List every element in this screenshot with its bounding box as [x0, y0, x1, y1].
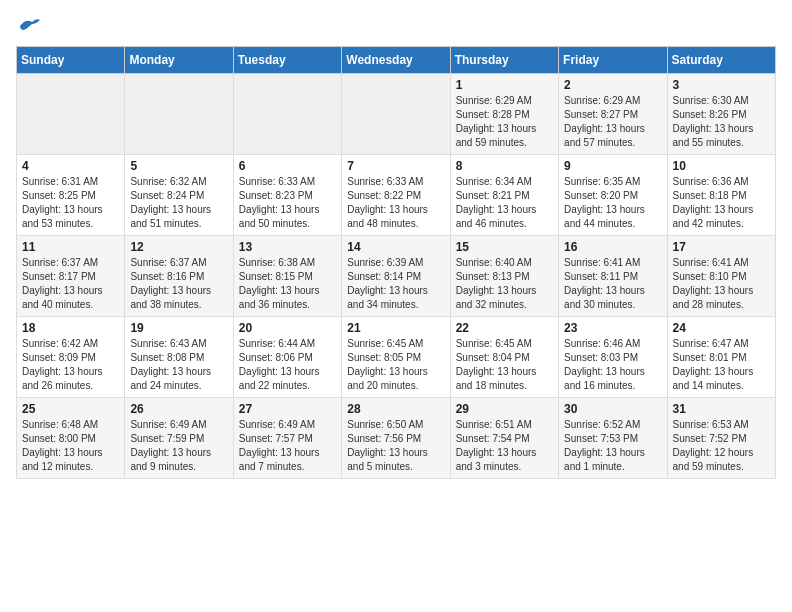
calendar-cell [233, 74, 341, 155]
day-number: 8 [456, 159, 553, 173]
calendar-header-row: SundayMondayTuesdayWednesdayThursdayFrid… [17, 47, 776, 74]
calendar-cell: 22Sunrise: 6:45 AM Sunset: 8:04 PM Dayli… [450, 317, 558, 398]
calendar-cell [342, 74, 450, 155]
calendar-cell: 3Sunrise: 6:30 AM Sunset: 8:26 PM Daylig… [667, 74, 775, 155]
calendar-cell: 25Sunrise: 6:48 AM Sunset: 8:00 PM Dayli… [17, 398, 125, 479]
day-number: 16 [564, 240, 661, 254]
day-content: Sunrise: 6:37 AM Sunset: 8:17 PM Dayligh… [22, 256, 119, 312]
day-content: Sunrise: 6:49 AM Sunset: 7:59 PM Dayligh… [130, 418, 227, 474]
day-number: 10 [673, 159, 770, 173]
calendar-cell: 9Sunrise: 6:35 AM Sunset: 8:20 PM Daylig… [559, 155, 667, 236]
calendar-cell: 26Sunrise: 6:49 AM Sunset: 7:59 PM Dayli… [125, 398, 233, 479]
day-number: 1 [456, 78, 553, 92]
logo-bird-icon [18, 16, 42, 36]
day-number: 7 [347, 159, 444, 173]
day-content: Sunrise: 6:41 AM Sunset: 8:11 PM Dayligh… [564, 256, 661, 312]
calendar-cell: 7Sunrise: 6:33 AM Sunset: 8:22 PM Daylig… [342, 155, 450, 236]
day-number: 9 [564, 159, 661, 173]
day-number: 24 [673, 321, 770, 335]
logo [16, 16, 42, 36]
calendar-cell: 5Sunrise: 6:32 AM Sunset: 8:24 PM Daylig… [125, 155, 233, 236]
calendar-cell: 23Sunrise: 6:46 AM Sunset: 8:03 PM Dayli… [559, 317, 667, 398]
calendar-cell: 27Sunrise: 6:49 AM Sunset: 7:57 PM Dayli… [233, 398, 341, 479]
calendar-cell: 28Sunrise: 6:50 AM Sunset: 7:56 PM Dayli… [342, 398, 450, 479]
day-number: 3 [673, 78, 770, 92]
day-content: Sunrise: 6:45 AM Sunset: 8:04 PM Dayligh… [456, 337, 553, 393]
day-number: 15 [456, 240, 553, 254]
day-content: Sunrise: 6:40 AM Sunset: 8:13 PM Dayligh… [456, 256, 553, 312]
calendar-week-row: 1Sunrise: 6:29 AM Sunset: 8:28 PM Daylig… [17, 74, 776, 155]
day-content: Sunrise: 6:48 AM Sunset: 8:00 PM Dayligh… [22, 418, 119, 474]
calendar-cell: 29Sunrise: 6:51 AM Sunset: 7:54 PM Dayli… [450, 398, 558, 479]
day-number: 31 [673, 402, 770, 416]
calendar-cell: 10Sunrise: 6:36 AM Sunset: 8:18 PM Dayli… [667, 155, 775, 236]
calendar-cell: 8Sunrise: 6:34 AM Sunset: 8:21 PM Daylig… [450, 155, 558, 236]
calendar-cell: 20Sunrise: 6:44 AM Sunset: 8:06 PM Dayli… [233, 317, 341, 398]
day-number: 18 [22, 321, 119, 335]
column-header-saturday: Saturday [667, 47, 775, 74]
column-header-sunday: Sunday [17, 47, 125, 74]
day-content: Sunrise: 6:41 AM Sunset: 8:10 PM Dayligh… [673, 256, 770, 312]
day-number: 21 [347, 321, 444, 335]
calendar-cell [125, 74, 233, 155]
calendar-cell: 12Sunrise: 6:37 AM Sunset: 8:16 PM Dayli… [125, 236, 233, 317]
day-number: 5 [130, 159, 227, 173]
calendar-cell: 24Sunrise: 6:47 AM Sunset: 8:01 PM Dayli… [667, 317, 775, 398]
day-content: Sunrise: 6:52 AM Sunset: 7:53 PM Dayligh… [564, 418, 661, 474]
day-number: 30 [564, 402, 661, 416]
day-number: 25 [22, 402, 119, 416]
day-content: Sunrise: 6:50 AM Sunset: 7:56 PM Dayligh… [347, 418, 444, 474]
day-content: Sunrise: 6:42 AM Sunset: 8:09 PM Dayligh… [22, 337, 119, 393]
day-content: Sunrise: 6:38 AM Sunset: 8:15 PM Dayligh… [239, 256, 336, 312]
day-content: Sunrise: 6:29 AM Sunset: 8:27 PM Dayligh… [564, 94, 661, 150]
day-number: 28 [347, 402, 444, 416]
calendar-cell: 6Sunrise: 6:33 AM Sunset: 8:23 PM Daylig… [233, 155, 341, 236]
calendar-cell: 17Sunrise: 6:41 AM Sunset: 8:10 PM Dayli… [667, 236, 775, 317]
calendar-cell: 2Sunrise: 6:29 AM Sunset: 8:27 PM Daylig… [559, 74, 667, 155]
day-content: Sunrise: 6:43 AM Sunset: 8:08 PM Dayligh… [130, 337, 227, 393]
day-number: 2 [564, 78, 661, 92]
day-content: Sunrise: 6:45 AM Sunset: 8:05 PM Dayligh… [347, 337, 444, 393]
day-number: 20 [239, 321, 336, 335]
column-header-wednesday: Wednesday [342, 47, 450, 74]
day-number: 13 [239, 240, 336, 254]
column-header-friday: Friday [559, 47, 667, 74]
calendar-cell [17, 74, 125, 155]
calendar-cell: 15Sunrise: 6:40 AM Sunset: 8:13 PM Dayli… [450, 236, 558, 317]
day-number: 23 [564, 321, 661, 335]
day-content: Sunrise: 6:30 AM Sunset: 8:26 PM Dayligh… [673, 94, 770, 150]
day-content: Sunrise: 6:34 AM Sunset: 8:21 PM Dayligh… [456, 175, 553, 231]
calendar-cell: 16Sunrise: 6:41 AM Sunset: 8:11 PM Dayli… [559, 236, 667, 317]
day-content: Sunrise: 6:31 AM Sunset: 8:25 PM Dayligh… [22, 175, 119, 231]
column-header-thursday: Thursday [450, 47, 558, 74]
day-number: 11 [22, 240, 119, 254]
day-number: 19 [130, 321, 227, 335]
day-content: Sunrise: 6:51 AM Sunset: 7:54 PM Dayligh… [456, 418, 553, 474]
day-number: 29 [456, 402, 553, 416]
day-number: 12 [130, 240, 227, 254]
column-header-monday: Monday [125, 47, 233, 74]
calendar-cell: 14Sunrise: 6:39 AM Sunset: 8:14 PM Dayli… [342, 236, 450, 317]
calendar-table: SundayMondayTuesdayWednesdayThursdayFrid… [16, 46, 776, 479]
day-number: 17 [673, 240, 770, 254]
calendar-week-row: 11Sunrise: 6:37 AM Sunset: 8:17 PM Dayli… [17, 236, 776, 317]
day-content: Sunrise: 6:49 AM Sunset: 7:57 PM Dayligh… [239, 418, 336, 474]
day-content: Sunrise: 6:53 AM Sunset: 7:52 PM Dayligh… [673, 418, 770, 474]
calendar-week-row: 18Sunrise: 6:42 AM Sunset: 8:09 PM Dayli… [17, 317, 776, 398]
calendar-cell: 11Sunrise: 6:37 AM Sunset: 8:17 PM Dayli… [17, 236, 125, 317]
day-number: 22 [456, 321, 553, 335]
day-number: 14 [347, 240, 444, 254]
day-content: Sunrise: 6:33 AM Sunset: 8:22 PM Dayligh… [347, 175, 444, 231]
calendar-week-row: 4Sunrise: 6:31 AM Sunset: 8:25 PM Daylig… [17, 155, 776, 236]
page-header [16, 16, 776, 36]
day-number: 6 [239, 159, 336, 173]
calendar-cell: 21Sunrise: 6:45 AM Sunset: 8:05 PM Dayli… [342, 317, 450, 398]
column-header-tuesday: Tuesday [233, 47, 341, 74]
day-content: Sunrise: 6:29 AM Sunset: 8:28 PM Dayligh… [456, 94, 553, 150]
calendar-cell: 4Sunrise: 6:31 AM Sunset: 8:25 PM Daylig… [17, 155, 125, 236]
calendar-week-row: 25Sunrise: 6:48 AM Sunset: 8:00 PM Dayli… [17, 398, 776, 479]
calendar-cell: 13Sunrise: 6:38 AM Sunset: 8:15 PM Dayli… [233, 236, 341, 317]
calendar-cell: 19Sunrise: 6:43 AM Sunset: 8:08 PM Dayli… [125, 317, 233, 398]
day-number: 26 [130, 402, 227, 416]
calendar-cell: 31Sunrise: 6:53 AM Sunset: 7:52 PM Dayli… [667, 398, 775, 479]
